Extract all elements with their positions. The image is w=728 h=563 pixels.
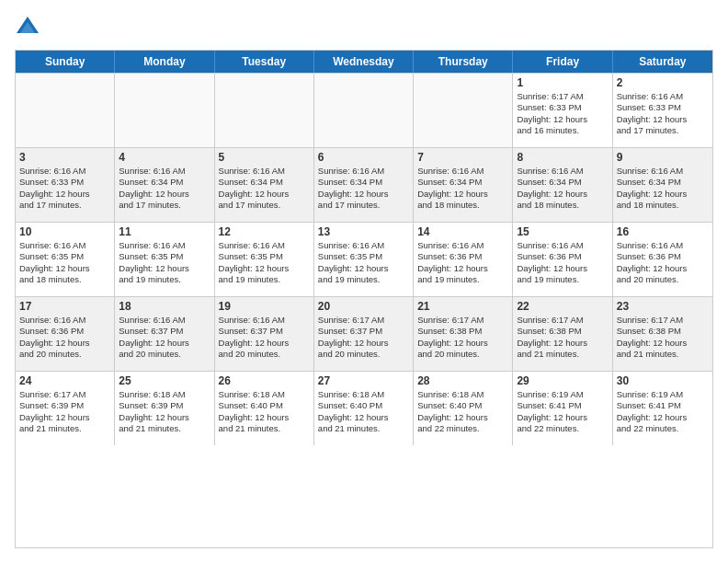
header-day-tuesday: Tuesday bbox=[215, 51, 314, 73]
day-number: 3 bbox=[19, 151, 110, 164]
calendar-cell-30: 30Sunrise: 6:19 AM Sunset: 6:41 PM Dayli… bbox=[613, 372, 712, 445]
header-day-monday: Monday bbox=[115, 51, 214, 73]
day-number: 29 bbox=[517, 374, 608, 387]
day-number: 12 bbox=[219, 225, 310, 238]
calendar-cell-29: 29Sunrise: 6:19 AM Sunset: 6:41 PM Dayli… bbox=[513, 372, 612, 445]
header-day-saturday: Saturday bbox=[613, 51, 712, 73]
header-day-sunday: Sunday bbox=[16, 51, 115, 73]
calendar-cell-1: 1Sunrise: 6:17 AM Sunset: 6:33 PM Daylig… bbox=[513, 74, 612, 147]
cell-info: Sunrise: 6:16 AM Sunset: 6:37 PM Dayligh… bbox=[119, 315, 210, 360]
day-number: 18 bbox=[119, 300, 210, 313]
logo-icon bbox=[15, 15, 40, 40]
cell-info: Sunrise: 6:16 AM Sunset: 6:36 PM Dayligh… bbox=[19, 315, 110, 360]
cell-info: Sunrise: 6:16 AM Sunset: 6:36 PM Dayligh… bbox=[617, 240, 709, 285]
cell-info: Sunrise: 6:18 AM Sunset: 6:40 PM Dayligh… bbox=[219, 389, 310, 434]
cell-info: Sunrise: 6:17 AM Sunset: 6:38 PM Dayligh… bbox=[617, 315, 709, 360]
calendar-row-5: 24Sunrise: 6:17 AM Sunset: 6:39 PM Dayli… bbox=[16, 371, 712, 445]
cell-info: Sunrise: 6:16 AM Sunset: 6:34 PM Dayligh… bbox=[119, 166, 210, 211]
calendar-cell-23: 23Sunrise: 6:17 AM Sunset: 6:38 PM Dayli… bbox=[613, 297, 712, 371]
day-number: 17 bbox=[19, 300, 110, 313]
cell-info: Sunrise: 6:19 AM Sunset: 6:41 PM Dayligh… bbox=[517, 389, 608, 434]
day-number: 5 bbox=[219, 151, 310, 164]
cell-info: Sunrise: 6:16 AM Sunset: 6:34 PM Dayligh… bbox=[617, 166, 709, 211]
calendar-cell-3: 3Sunrise: 6:16 AM Sunset: 6:33 PM Daylig… bbox=[16, 148, 115, 222]
header-day-thursday: Thursday bbox=[414, 51, 513, 73]
calendar-cell-16: 16Sunrise: 6:16 AM Sunset: 6:36 PM Dayli… bbox=[613, 223, 712, 296]
day-number: 26 bbox=[219, 374, 310, 387]
calendar-cell-22: 22Sunrise: 6:17 AM Sunset: 6:38 PM Dayli… bbox=[513, 297, 612, 371]
calendar-cell-13: 13Sunrise: 6:16 AM Sunset: 6:35 PM Dayli… bbox=[314, 223, 414, 296]
calendar-cell-empty-0-3 bbox=[314, 74, 414, 147]
calendar-cell-2: 2Sunrise: 6:16 AM Sunset: 6:33 PM Daylig… bbox=[613, 74, 712, 147]
calendar-cell-26: 26Sunrise: 6:18 AM Sunset: 6:40 PM Dayli… bbox=[215, 372, 314, 445]
cell-info: Sunrise: 6:16 AM Sunset: 6:34 PM Dayligh… bbox=[318, 166, 409, 211]
calendar-cell-5: 5Sunrise: 6:16 AM Sunset: 6:34 PM Daylig… bbox=[215, 148, 314, 222]
calendar-cell-4: 4Sunrise: 6:16 AM Sunset: 6:34 PM Daylig… bbox=[115, 148, 214, 222]
calendar-cell-11: 11Sunrise: 6:16 AM Sunset: 6:35 PM Dayli… bbox=[115, 223, 214, 296]
day-number: 20 bbox=[318, 300, 409, 313]
cell-info: Sunrise: 6:16 AM Sunset: 6:35 PM Dayligh… bbox=[219, 240, 310, 285]
calendar-cell-17: 17Sunrise: 6:16 AM Sunset: 6:36 PM Dayli… bbox=[16, 297, 115, 371]
day-number: 7 bbox=[417, 151, 508, 164]
calendar-cell-12: 12Sunrise: 6:16 AM Sunset: 6:35 PM Dayli… bbox=[215, 223, 314, 296]
cell-info: Sunrise: 6:16 AM Sunset: 6:35 PM Dayligh… bbox=[318, 240, 409, 285]
cell-info: Sunrise: 6:17 AM Sunset: 6:33 PM Dayligh… bbox=[517, 91, 608, 136]
day-number: 24 bbox=[19, 374, 110, 387]
cell-info: Sunrise: 6:16 AM Sunset: 6:33 PM Dayligh… bbox=[617, 91, 709, 136]
calendar-row-2: 3Sunrise: 6:16 AM Sunset: 6:33 PM Daylig… bbox=[16, 147, 712, 222]
calendar-cell-8: 8Sunrise: 6:16 AM Sunset: 6:34 PM Daylig… bbox=[513, 148, 612, 222]
day-number: 28 bbox=[417, 374, 508, 387]
calendar-cell-14: 14Sunrise: 6:16 AM Sunset: 6:36 PM Dayli… bbox=[414, 223, 513, 296]
header-day-friday: Friday bbox=[513, 51, 612, 73]
cell-info: Sunrise: 6:16 AM Sunset: 6:35 PM Dayligh… bbox=[119, 240, 210, 285]
calendar-row-3: 10Sunrise: 6:16 AM Sunset: 6:35 PM Dayli… bbox=[16, 222, 712, 296]
day-number: 16 bbox=[617, 225, 709, 238]
day-number: 21 bbox=[417, 300, 508, 313]
calendar-cell-27: 27Sunrise: 6:18 AM Sunset: 6:40 PM Dayli… bbox=[314, 372, 414, 445]
calendar: SundayMondayTuesdayWednesdayThursdayFrid… bbox=[15, 50, 713, 548]
calendar-cell-empty-0-0 bbox=[16, 74, 115, 147]
day-number: 27 bbox=[318, 374, 409, 387]
cell-info: Sunrise: 6:16 AM Sunset: 6:34 PM Dayligh… bbox=[219, 166, 310, 211]
calendar-cell-21: 21Sunrise: 6:17 AM Sunset: 6:38 PM Dayli… bbox=[414, 297, 513, 371]
cell-info: Sunrise: 6:16 AM Sunset: 6:33 PM Dayligh… bbox=[19, 166, 110, 211]
cell-info: Sunrise: 6:18 AM Sunset: 6:40 PM Dayligh… bbox=[318, 389, 409, 434]
calendar-cell-empty-0-2 bbox=[215, 74, 314, 147]
logo bbox=[15, 15, 44, 40]
calendar-cell-25: 25Sunrise: 6:18 AM Sunset: 6:39 PM Dayli… bbox=[115, 372, 214, 445]
day-number: 4 bbox=[119, 151, 210, 164]
cell-info: Sunrise: 6:18 AM Sunset: 6:39 PM Dayligh… bbox=[119, 389, 210, 434]
cell-info: Sunrise: 6:18 AM Sunset: 6:40 PM Dayligh… bbox=[417, 389, 508, 434]
calendar-header: SundayMondayTuesdayWednesdayThursdayFrid… bbox=[16, 51, 712, 73]
calendar-cell-6: 6Sunrise: 6:16 AM Sunset: 6:34 PM Daylig… bbox=[314, 148, 414, 222]
day-number: 22 bbox=[517, 300, 608, 313]
day-number: 8 bbox=[517, 151, 608, 164]
cell-info: Sunrise: 6:17 AM Sunset: 6:39 PM Dayligh… bbox=[19, 389, 110, 434]
header bbox=[15, 15, 713, 40]
calendar-cell-7: 7Sunrise: 6:16 AM Sunset: 6:34 PM Daylig… bbox=[414, 148, 513, 222]
cell-info: Sunrise: 6:17 AM Sunset: 6:38 PM Dayligh… bbox=[517, 315, 608, 360]
day-number: 23 bbox=[617, 300, 709, 313]
calendar-cell-9: 9Sunrise: 6:16 AM Sunset: 6:34 PM Daylig… bbox=[613, 148, 712, 222]
calendar-cell-empty-0-1 bbox=[115, 74, 214, 147]
calendar-cell-19: 19Sunrise: 6:16 AM Sunset: 6:37 PM Dayli… bbox=[215, 297, 314, 371]
cell-info: Sunrise: 6:16 AM Sunset: 6:36 PM Dayligh… bbox=[417, 240, 508, 285]
day-number: 19 bbox=[219, 300, 310, 313]
cell-info: Sunrise: 6:16 AM Sunset: 6:34 PM Dayligh… bbox=[517, 166, 608, 211]
day-number: 2 bbox=[617, 76, 709, 89]
day-number: 15 bbox=[517, 225, 608, 238]
day-number: 10 bbox=[19, 225, 110, 238]
cell-info: Sunrise: 6:16 AM Sunset: 6:36 PM Dayligh… bbox=[517, 240, 608, 285]
calendar-cell-10: 10Sunrise: 6:16 AM Sunset: 6:35 PM Dayli… bbox=[16, 223, 115, 296]
cell-info: Sunrise: 6:16 AM Sunset: 6:37 PM Dayligh… bbox=[219, 315, 310, 360]
cell-info: Sunrise: 6:16 AM Sunset: 6:35 PM Dayligh… bbox=[19, 240, 110, 285]
day-number: 30 bbox=[617, 374, 709, 387]
day-number: 14 bbox=[417, 225, 508, 238]
calendar-row-4: 17Sunrise: 6:16 AM Sunset: 6:36 PM Dayli… bbox=[16, 296, 712, 371]
day-number: 11 bbox=[119, 225, 210, 238]
calendar-cell-24: 24Sunrise: 6:17 AM Sunset: 6:39 PM Dayli… bbox=[16, 372, 115, 445]
cell-info: Sunrise: 6:16 AM Sunset: 6:34 PM Dayligh… bbox=[417, 166, 508, 211]
calendar-body: 1Sunrise: 6:17 AM Sunset: 6:33 PM Daylig… bbox=[16, 73, 712, 445]
day-number: 1 bbox=[517, 76, 608, 89]
calendar-cell-20: 20Sunrise: 6:17 AM Sunset: 6:37 PM Dayli… bbox=[314, 297, 414, 371]
